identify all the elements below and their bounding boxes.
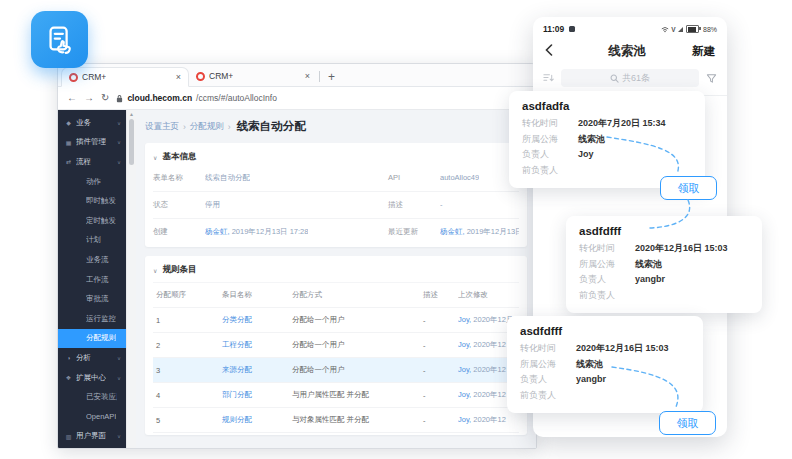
sidebar-item-label: OpenAPI [86,412,116,421]
back-chevron-icon[interactable] [545,42,565,60]
tab-close-icon[interactable]: × [176,73,181,82]
forward-icon[interactable]: → [84,93,94,103]
user-link[interactable]: Joy, [458,340,471,349]
lead-card[interactable]: asdfdfff 转化时间 2020年12月16日 15:03 所属公海 线索池… [566,216,762,313]
sidebar-item[interactable]: 即时触发 [58,191,126,211]
battery-icon [686,25,699,33]
sidebar-item[interactable]: 业务流 [58,250,126,270]
rule-link[interactable]: 分类分配 [222,315,252,324]
sidebar-item[interactable]: OpenAPI [58,407,126,427]
sidebar-item[interactable]: ◑ 分析 ∨ [58,348,126,368]
lead-field-row: 所属公海 线索池 [522,132,692,148]
rule-link[interactable]: 部门分配 [222,390,252,399]
volte-icon: V [671,26,675,33]
user-link[interactable]: 杨金虹, [440,227,465,236]
lead-field-row: 转化时间 2020年7月20日 15:34 [522,116,692,132]
rule-link[interactable]: 规则分配 [222,415,252,424]
reload-icon[interactable]: ↻ [101,93,109,103]
chevron-down-icon: ∨ [153,154,157,161]
lead-card[interactable]: asdfadfa 转化时间 2020年7月20日 15:34 所属公海 线索池 … [509,91,705,188]
sidebar-item[interactable]: ▥ 用户界面 ∨ [58,427,126,447]
sidebar-item[interactable]: 审批流 [58,289,126,309]
lead-field-row: 负责人 yangbr [520,372,690,388]
table-row[interactable]: 3 来源分配 分配给一个用户 - Joy, 2020年12 [153,358,519,383]
address-bar: ← → ↻ cloud.hecom.cn/ccms/#/autoAllocInf… [58,87,536,110]
field-value: 停用 [205,200,220,210]
lead-fields: 转化时间 2020年12月16日 15:03 所属公海 线索池 负责人 yang… [579,241,749,303]
sidebar-item[interactable]: 定时触发 [58,211,126,231]
breadcrumb: 设置主页 › 分配规则 › 线索自动分配 [145,119,527,134]
user-link[interactable]: Joy, [458,315,471,324]
cell-name: 部门分配 [222,390,292,400]
user-link[interactable]: Joy, [458,365,471,374]
lead-field-label: 转化时间 [579,241,635,257]
breadcrumb-link-settings-home[interactable]: 设置主页 [145,121,179,133]
user-link[interactable]: Joy, [458,390,471,399]
lead-field-label: 所属公海 [522,132,578,148]
sidebar-scrollbar[interactable]: ▲ [126,110,136,448]
cell-method: 分配给一个用户 [292,315,423,325]
sidebar-item[interactable]: 运行监控 [58,309,126,329]
sort-icon[interactable] [543,73,554,83]
table-row[interactable]: 1 分类分配 分配给一个用户 - Joy, 2020年12月24日 11: [153,308,519,333]
phone-page-title: 线索池 [565,43,689,60]
sidebar-item[interactable]: 动作 [58,172,126,192]
scroll-up-arrow-icon[interactable]: ▲ [127,110,136,118]
sidebar-item[interactable]: 已安装应用 [58,387,126,407]
sidebar-item[interactable]: 计划 [58,231,126,251]
app-icon[interactable] [31,11,88,68]
claim-button[interactable]: 领取 [659,411,716,435]
rule-link[interactable]: 来源分配 [222,365,252,374]
breadcrumb-link-alloc-rules[interactable]: 分配规则 [190,121,224,133]
sidebar-item[interactable]: ▦ 插件管理 ∨ [58,133,126,153]
browser-tab-inactive[interactable]: CRM+ × [189,66,317,86]
table-row[interactable]: 4 部门分配 与用户属性匹配 并分配 - Joy, 2020年12 [153,383,519,408]
sidebar-item[interactable]: 工作流 [58,270,126,290]
rule-link[interactable]: 工程分配 [222,340,252,349]
sidebar-item-label: 运行监控 [86,314,116,324]
scrollbar-thumb[interactable] [129,119,134,165]
field-value: autoAlloc49 [440,173,479,183]
back-icon[interactable]: ← [67,93,77,103]
sidebar-item[interactable]: 分配规则 [58,329,126,349]
basic-info-header[interactable]: ∨ 基本信息 [153,151,519,163]
signal-icon [678,27,683,32]
lead-field-value: 2020年7月20日 15:34 [578,116,666,132]
sidebar-item[interactable]: ❖ 扩展中心 ∨ [58,368,126,388]
browser-tab-active[interactable]: CRM+ × [61,67,189,87]
browser-window: CRM+ × CRM+ × + ← → ↻ cloud.hecom.cn/ccm… [57,63,537,449]
lead-field-label: 所属公海 [520,357,576,373]
page-title: 线索自动分配 [237,119,306,134]
lead-field-value: 2020年12月16日 15:03 [576,341,669,357]
table-row[interactable]: 2 工程分配 分配给一个用户 - Joy, 2020年12 [153,333,519,358]
filter-funnel-icon[interactable] [706,73,717,84]
sidebar-item-icon: ❖ [65,374,72,381]
lead-field-label: 转化时间 [520,341,576,357]
field-value: 线索自动分配 [205,173,250,183]
new-tab-button[interactable]: + [328,71,335,83]
table-row[interactable]: 5 规则分配 与对象属性匹配 并分配 - Joy, 2020年12 [153,408,519,433]
field-value: 杨金虹, 2019年12月13日 17:28 [205,227,308,237]
lead-field-label: 转化时间 [522,116,578,132]
browser-content: ◆ 业务 ∨ ▦ 插件管理 ∨ ⇄ 流程 ∨ 动 [58,110,536,448]
cell-method: 与用户属性匹配 并分配 [292,390,423,400]
user-link[interactable]: 杨金虹, [205,227,230,236]
new-record-button[interactable]: 新建 [689,44,715,59]
url-box[interactable]: cloud.hecom.cn/ccms/#/autoAllocInfo [116,93,277,103]
cell-method: 分配给一个用户 [292,365,423,375]
sidebar-item-label: 分析 [76,353,91,363]
user-link[interactable]: Joy, [458,415,471,424]
phone-nav-bar: 线索池 新建 [533,36,727,64]
tab-close-icon[interactable]: × [305,72,310,81]
sidebar-item[interactable]: ⇄ 流程 ∨ [58,152,126,172]
sidebar-item[interactable]: ◆ 业务 ∨ [58,113,126,133]
lead-field-row: 负责人 yangbr [579,272,749,288]
chevron-down-icon: ∨ [153,267,157,274]
rule-items-header[interactable]: ∨ 规则条目 [153,264,519,276]
cell-desc: - [423,366,458,375]
col-header-order: 分配顺序 [153,290,222,300]
search-input[interactable]: 共61条 [561,69,699,87]
lead-title: asdfdfff [520,325,690,337]
lead-card[interactable]: asdfdfff 转化时间 2020年12月16日 15:03 所属公海 线索池… [507,316,703,413]
claim-button[interactable]: 领取 [660,176,717,200]
